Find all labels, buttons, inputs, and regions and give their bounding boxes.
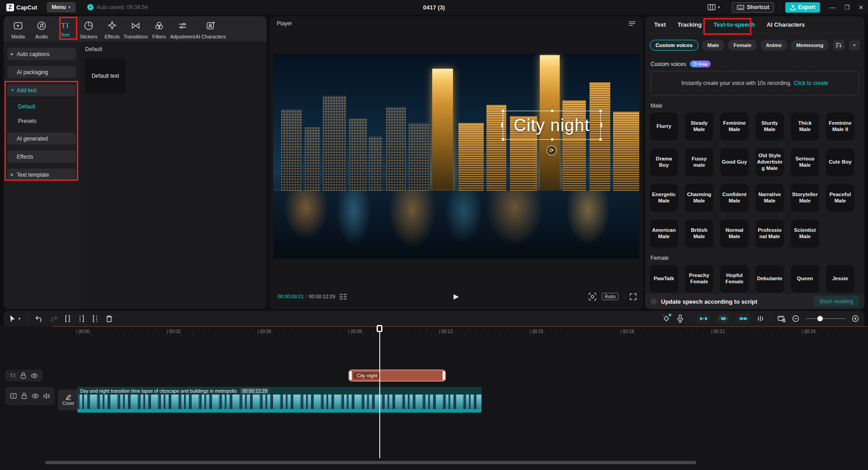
default-text-tile[interactable]: Default text [85, 58, 126, 94]
eye-icon[interactable] [31, 373, 38, 378]
lock-icon[interactable] [20, 372, 26, 379]
start-reading-button[interactable]: Start reading [814, 296, 859, 307]
redo-button[interactable] [50, 315, 57, 322]
sidebar-item-presets[interactable]: Presets [7, 118, 76, 124]
preview-focus-icon[interactable] [589, 293, 596, 301]
voice-normal-male[interactable]: Normal Male [720, 220, 749, 248]
voice-flurry[interactable]: Flurry [650, 113, 678, 141]
cover-button[interactable]: Cover [58, 390, 79, 410]
player-menu-icon[interactable] [628, 21, 636, 26]
speaker-icon[interactable] [43, 393, 50, 399]
tool-audio[interactable]: Audio [30, 19, 53, 39]
voice-feminine-male-ii[interactable]: Feminine Male II [826, 113, 854, 141]
chip-custom-voices[interactable]: Custom voices [650, 40, 698, 51]
record-voiceover-button[interactable] [677, 315, 684, 323]
text-clip[interactable]: City night [349, 370, 446, 381]
keyframe-button[interactable] [662, 315, 670, 323]
expand-voices-button[interactable]: ▼ [849, 40, 860, 50]
voice-storyteller-male[interactable]: Storyteller Male [791, 184, 819, 212]
timeline-scrollbar[interactable] [45, 461, 696, 464]
split-clip-button[interactable] [64, 315, 71, 322]
voice-feminine-male[interactable]: Feminine Male [720, 113, 749, 141]
chip-male[interactable]: Male [702, 40, 725, 51]
sidebar-item-effects[interactable]: Effects [7, 150, 76, 163]
tool-media[interactable]: Media [6, 19, 30, 39]
rotate-handle-icon[interactable]: ⟳ [547, 146, 557, 155]
tab-tracking[interactable]: Tracking [678, 21, 702, 28]
chip-female[interactable]: Female [728, 40, 757, 51]
video-clip[interactable]: Day and night transition time lapse of c… [77, 387, 481, 413]
voice-serious-male[interactable]: Serious Male [791, 148, 819, 176]
zoom-out-button[interactable] [792, 315, 799, 322]
playhead-handle[interactable] [377, 325, 382, 332]
video-preview[interactable]: City night ⟳ [273, 54, 639, 258]
resize-handle[interactable] [551, 138, 553, 141]
eye-icon[interactable] [32, 394, 39, 399]
voice-thick-male[interactable]: Thick Male [791, 113, 819, 141]
voice-preachy-female[interactable]: Preachy Female [685, 265, 713, 293]
voice-confident-male[interactable]: Confident Male [720, 184, 749, 212]
tab-text-to-speech[interactable]: Text-to-speech [713, 21, 755, 28]
voice-narrative-male[interactable]: Narrative Male [755, 184, 784, 212]
sidebar-item-ai-packaging[interactable]: AI packaging [7, 66, 76, 78]
voice-queen[interactable]: Queen [791, 265, 819, 293]
resize-handle[interactable] [551, 110, 553, 112]
voice-energetic-male[interactable]: Energetic Male [650, 184, 678, 212]
lock-icon[interactable] [21, 393, 27, 399]
tab-ai-characters[interactable]: AI Characters [767, 21, 805, 28]
zoom-slider-knob[interactable] [817, 316, 823, 321]
minimize-button[interactable]: — [829, 4, 835, 11]
close-button[interactable]: ✕ [859, 4, 863, 11]
delete-right-button[interactable] [92, 315, 99, 322]
restore-button[interactable]: ❐ [844, 4, 849, 11]
voice-jessie[interactable]: Jessie [826, 265, 854, 293]
voice-hopful-female[interactable]: Hopful Female [720, 265, 749, 293]
voice-sturdy-male[interactable]: Sturdy Male [755, 113, 784, 141]
auto-snap-toggle[interactable] [717, 314, 730, 324]
voice-charming-male[interactable]: Charming Male [685, 184, 713, 212]
voice-fussy-male[interactable]: Fussy male [685, 148, 713, 176]
sidebar-item-text-template[interactable]: ▶Text template [7, 169, 76, 181]
chip-anime[interactable]: Anime [760, 40, 787, 51]
overlay-text[interactable]: City night [514, 116, 590, 135]
delete-left-button[interactable] [78, 315, 85, 322]
play-button[interactable]: ▶ [453, 292, 459, 301]
tool-effects[interactable]: Effects [100, 19, 124, 39]
voice-cute-boy[interactable]: Cute Boy [826, 148, 854, 176]
zoom-in-button[interactable] [852, 315, 859, 322]
voice-old-style-advertising-male[interactable]: Old Style Advertising Male [755, 148, 784, 176]
update-script-checkbox[interactable] [651, 298, 657, 305]
layout-switch-button[interactable]: ▼ [708, 4, 721, 10]
playhead-line[interactable] [379, 326, 380, 458]
sidebar-item-auto-captions[interactable]: ▶Auto captions [7, 48, 76, 60]
shortcut-button[interactable]: Shortcut [732, 2, 774, 13]
delete-clip-button[interactable] [106, 315, 113, 322]
timeline-zoom-slider[interactable] [806, 318, 845, 319]
tool-stickers[interactable]: Stickers [77, 19, 100, 39]
resize-handle[interactable] [501, 123, 503, 127]
tool-adjustment[interactable]: Adjustment [171, 19, 194, 39]
voice-pawtalk[interactable]: PawTalk [650, 265, 678, 293]
sidebar-item-ai-generated[interactable]: AI generated [7, 132, 76, 145]
link-clips-toggle[interactable] [736, 314, 750, 324]
chip-memesong[interactable]: Memesong [791, 40, 829, 51]
preview-axis-button[interactable] [756, 315, 764, 322]
resize-handle[interactable] [601, 123, 602, 127]
voice-british-male[interactable]: British Male [685, 220, 713, 248]
fullscreen-icon[interactable] [630, 293, 637, 300]
tab-text[interactable]: Text [654, 21, 666, 28]
export-button[interactable]: Export [785, 2, 820, 13]
voice-scientist-male[interactable]: Scientist Male [791, 220, 819, 248]
voice-peaceful-male[interactable]: Peaceful Male [826, 184, 854, 212]
quality-selector-icon[interactable] [340, 294, 347, 300]
resize-handle[interactable] [599, 110, 602, 112]
text-overlay-selection[interactable]: City night [503, 111, 601, 140]
resize-handle[interactable] [502, 138, 504, 141]
resize-handle[interactable] [599, 138, 602, 141]
sidebar-item-add-text[interactable]: ▼Add text [7, 84, 76, 96]
click-to-create-link[interactable]: Click to create [794, 80, 828, 86]
timeline-ruler[interactable]: 00:0000:0300:0600:0900:1200:1500:1800:21… [52, 326, 868, 337]
timeline-ruler-button[interactable] [778, 315, 786, 322]
voice-good-guy[interactable]: Good Guy [720, 148, 749, 176]
sidebar-item-default[interactable]: Default [7, 103, 76, 110]
